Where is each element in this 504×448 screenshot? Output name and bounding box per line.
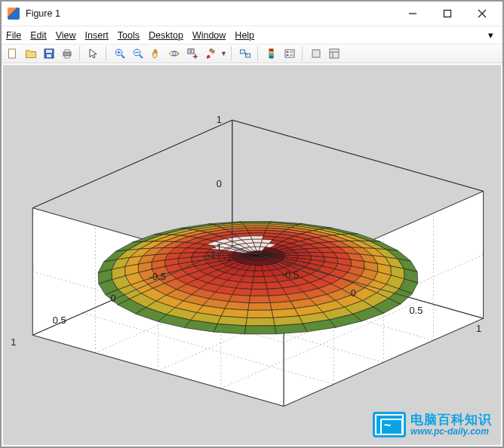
menu-insert[interactable]: Insert <box>85 30 109 41</box>
svg-rect-6 <box>46 50 52 53</box>
insert-colorbar-icon[interactable] <box>263 45 280 62</box>
svg-marker-340 <box>255 265 263 271</box>
zoom-in-icon[interactable] <box>112 45 128 62</box>
watermark: 电脑百科知识 www.pc-daily.com <box>373 412 492 437</box>
svg-rect-33 <box>269 56 273 58</box>
menu-view[interactable]: View <box>56 30 76 41</box>
svg-rect-39 <box>312 50 320 57</box>
svg-text:0: 0 <box>217 178 222 189</box>
svg-marker-416 <box>250 289 269 296</box>
svg-marker-399 <box>251 283 267 290</box>
toolbar-separator <box>106 46 108 61</box>
svg-line-471 <box>232 120 484 191</box>
svg-rect-36 <box>286 54 288 56</box>
svg-rect-40 <box>330 49 339 58</box>
data-cursor-icon[interactable] <box>184 45 201 62</box>
save-icon[interactable] <box>41 45 57 62</box>
svg-rect-7 <box>47 54 51 57</box>
toolbar-separator <box>302 46 304 61</box>
menu-desktop[interactable]: Desktop <box>149 30 183 41</box>
rotate3d-icon[interactable] <box>166 45 183 62</box>
svg-marker-102 <box>246 228 267 230</box>
svg-text:-1: -1 <box>213 241 221 253</box>
insert-legend-icon[interactable] <box>281 45 298 62</box>
svg-rect-20 <box>188 49 194 54</box>
hide-plot-tools-icon[interactable] <box>308 45 324 62</box>
watermark-text-url: www.pc-daily.com <box>410 427 492 437</box>
svg-text:0: 0 <box>111 293 116 304</box>
svg-marker-454 <box>247 310 273 318</box>
svg-rect-10 <box>65 56 69 58</box>
svg-rect-19 <box>173 52 176 56</box>
svg-marker-95 <box>244 226 268 228</box>
svg-text:0: 0 <box>351 287 356 299</box>
pan-icon[interactable] <box>148 45 164 62</box>
matlab-icon <box>8 8 20 20</box>
svg-rect-30 <box>269 49 273 51</box>
svg-line-12 <box>121 55 124 58</box>
titlebar: Figure 1 <box>2 2 502 26</box>
svg-text:1: 1 <box>11 336 16 348</box>
svg-rect-8 <box>63 52 71 56</box>
svg-rect-31 <box>269 51 273 54</box>
menu-help[interactable]: Help <box>235 30 254 41</box>
window-title: Figure 1 <box>26 8 395 19</box>
zoom-out-icon[interactable] <box>130 45 146 62</box>
svg-text:0.5: 0.5 <box>409 305 423 316</box>
svg-marker-362 <box>254 271 264 277</box>
toolbar-separator <box>79 46 81 61</box>
toolbar-separator <box>257 46 260 61</box>
svg-text:-0.5: -0.5 <box>149 271 166 282</box>
edit-pointer-icon[interactable] <box>85 45 102 62</box>
show-plot-tools-icon[interactable] <box>326 45 343 62</box>
svg-rect-9 <box>65 50 69 52</box>
svg-marker-150 <box>252 239 263 243</box>
menu-overflow-icon[interactable]: ▾ <box>488 29 498 41</box>
svg-text:1: 1 <box>217 114 222 125</box>
menu-window[interactable]: Window <box>192 30 226 41</box>
svg-rect-1 <box>444 11 451 17</box>
new-figure-icon[interactable] <box>5 45 21 62</box>
menu-file[interactable]: File <box>6 30 21 41</box>
toolbar: ▼ <box>2 44 502 63</box>
watermark-text-cn: 电脑百科知识 <box>410 413 492 427</box>
svg-marker-429 <box>249 296 270 302</box>
watermark-logo-icon <box>373 412 406 437</box>
svg-marker-122 <box>249 233 265 236</box>
print-icon[interactable] <box>59 45 75 62</box>
svg-text:1: 1 <box>476 323 481 334</box>
svg-marker-467 <box>244 326 276 334</box>
toolbar-separator <box>231 46 233 61</box>
svg-marker-132 <box>250 236 263 239</box>
open-icon[interactable] <box>23 45 39 62</box>
svg-text:0.5: 0.5 <box>53 315 66 326</box>
svg-marker-462 <box>246 318 275 326</box>
brush-icon[interactable] <box>202 45 219 62</box>
close-button[interactable] <box>465 2 499 25</box>
svg-rect-26 <box>210 49 215 54</box>
menu-edit[interactable]: Edit <box>30 30 47 41</box>
svg-text:-0.5: -0.5 <box>282 269 299 281</box>
svg-line-472 <box>32 120 232 207</box>
svg-line-16 <box>140 55 143 58</box>
svg-rect-32 <box>269 54 273 56</box>
maximize-button[interactable] <box>430 2 465 25</box>
menu-tools[interactable]: Tools <box>118 30 140 41</box>
svg-marker-443 <box>248 303 272 311</box>
svg-rect-27 <box>240 50 244 54</box>
svg-text:-1: -1 <box>223 252 232 263</box>
brush-dropdown-icon[interactable]: ▼ <box>220 50 227 57</box>
menubar: File Edit View Insert Tools Desktop Wind… <box>2 26 502 44</box>
minimize-button[interactable] <box>395 2 430 25</box>
svg-marker-110 <box>247 230 266 233</box>
figure-window: Figure 1 File Edit View Insert Tools Des… <box>0 0 504 448</box>
link-plots-icon[interactable] <box>237 45 254 62</box>
svg-rect-34 <box>285 50 294 57</box>
svg-marker-384 <box>253 277 266 283</box>
axes-canvas[interactable]: -1-0.500.51-1-0.500.51-101 电脑百科知识 www.pc… <box>3 65 501 445</box>
svg-rect-35 <box>286 51 288 53</box>
surf3d-plot: -1-0.500.51-1-0.500.51-101 <box>3 65 501 445</box>
